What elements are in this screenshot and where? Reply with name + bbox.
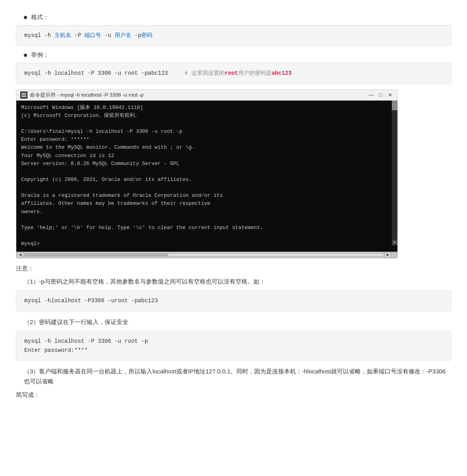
example-comment-password: abc123 <box>272 70 292 76</box>
terminal-vscrollbar-thumb[interactable] <box>392 101 397 110</box>
terminal-hscrollbar-right[interactable]: ▶ <box>385 252 391 258</box>
svg-rect-0 <box>21 93 26 94</box>
terminal-line-1: Microsoft Windows [版本 10.0.19042.1110] <box>21 104 389 112</box>
terminal-line-7: Your MySQL connection id is 12 <box>21 152 389 160</box>
terminal-line-11 <box>21 184 389 192</box>
terminal-body[interactable]: Microsoft Windows [版本 10.0.19042.1110] (… <box>16 101 397 252</box>
bullet-dot-1 <box>24 16 27 19</box>
example-comment-spacing <box>171 70 181 76</box>
terminal-line-9 <box>21 168 389 176</box>
close-button[interactable]: ✕ <box>387 92 393 98</box>
terminal-line-18: mysql> <box>21 240 389 248</box>
terminal-line-4: C:\Users\final>mysql -h localhost -P 330… <box>21 128 389 136</box>
summary-label: 简写成： <box>16 391 451 399</box>
bullet-example: 举例： <box>24 51 451 59</box>
svg-rect-2 <box>21 96 26 97</box>
note2-code-block: mysql -h localhost -P 3306 -u root -p En… <box>16 331 451 361</box>
terminal-line-3 <box>21 120 389 128</box>
bullet-label-1: 格式： <box>31 14 49 21</box>
terminal-line-15 <box>21 216 389 224</box>
note-3: （3）客户端和服务器在同一台机器上，所以输入localhost或者IP地址127… <box>24 366 451 387</box>
note-1: （1）-p与密码之间不能有空格，其他参数名与参数值之间可以有空格也可以没有空格。… <box>24 276 451 287</box>
bullet-format: 格式： <box>24 14 451 21</box>
terminal-hscrollbar[interactable]: ◀ ▶ <box>16 252 397 258</box>
terminal-line-17 <box>21 232 389 240</box>
svg-rect-1 <box>21 95 26 95</box>
bullet-label-2: 举例： <box>31 51 49 59</box>
terminal-body-wrapper: Microsoft Windows [版本 10.0.19042.1110] (… <box>16 101 397 252</box>
note1-code: mysql -hlocalhost -P3306 -uroot -pabc123 <box>24 297 158 304</box>
terminal-line-13: affiliates. Other names may be trademark… <box>21 200 389 208</box>
format-code-block: mysql -h 主机名 -P 端口号 -u 用户名 -p密码 <box>16 25 451 46</box>
terminal-line-2: (c) Microsoft Corporation。保留所有权利。 <box>21 112 389 120</box>
note2-code-line1: mysql -h localhost -P 3306 -u root -p <box>24 337 443 346</box>
terminal-controls[interactable]: — □ ✕ <box>368 92 393 98</box>
terminal-line-16: Type 'help;' or '\h' for help. Type '\c'… <box>21 224 389 232</box>
note-2: （2）密码建议在下一行输入，保证安全 <box>24 317 451 327</box>
example-code-block: mysql -h localhost -P 3306 -u root -pabc… <box>16 63 451 84</box>
terminal-line-12: Oracle is a registered trademark of Orac… <box>21 192 389 200</box>
maximize-button[interactable]: □ <box>377 92 384 98</box>
terminal-line-10: Copyright (c) 2000, 2021, Oracle and/or … <box>21 176 389 184</box>
code-hostname: 主机名 <box>54 32 71 39</box>
terminal-window: 命令提示符 - mysql -h localhost -P 3306 -u ro… <box>16 89 398 258</box>
terminal-titlebar-left: 命令提示符 - mysql -h localhost -P 3306 -u ro… <box>20 91 144 99</box>
example-comment-root: root <box>225 70 238 76</box>
minimize-button[interactable]: — <box>368 92 374 98</box>
terminal-corner <box>391 252 397 258</box>
example-cmd: mysql -h localhost -P 3306 -u root -pabc… <box>24 70 168 76</box>
example-comment: # 这里我设置的 <box>185 70 225 76</box>
terminal-title: 命令提示符 - mysql -h localhost -P 3306 -u ro… <box>30 91 144 99</box>
terminal-vscrollbar[interactable]: ▼ <box>392 101 397 245</box>
note-label: 注意： <box>16 265 451 272</box>
terminal-titlebar: 命令提示符 - mysql -h localhost -P 3306 -u ro… <box>16 90 397 101</box>
terminal-icon <box>20 91 27 99</box>
terminal-line-8: Server version: 8.0.26 MySQL Community S… <box>21 160 389 168</box>
terminal-hscrollbar-thumb[interactable] <box>25 254 168 256</box>
terminal-line-6: Welcome to the MySQL monitor. Commands e… <box>21 144 389 152</box>
terminal-hscrollbar-track[interactable] <box>24 253 384 256</box>
note2-code-line2: Enter password:**** <box>24 346 443 355</box>
terminal-vscrollbar-down[interactable]: ▼ <box>392 240 397 245</box>
code-cmd-mysql: mysql -h <box>24 32 54 39</box>
bullet-dot-2 <box>24 54 27 57</box>
terminal-hscrollbar-left[interactable]: ◀ <box>17 252 23 258</box>
terminal-line-14: owners. <box>21 208 389 216</box>
note1-code-block: mysql -hlocalhost -P3306 -uroot -pabc123 <box>16 290 451 311</box>
terminal-line-5: Enter password: ****** <box>21 136 389 144</box>
